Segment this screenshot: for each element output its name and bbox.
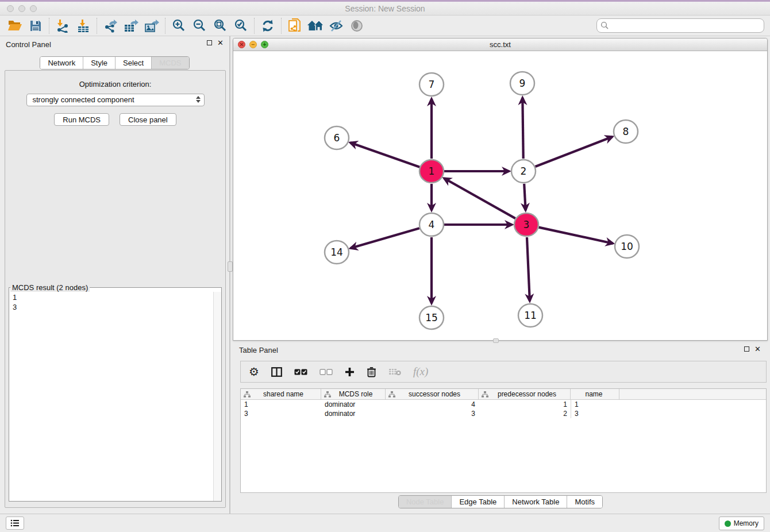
svg-text:1: 1: [429, 165, 435, 177]
result-node-3: 3: [13, 302, 210, 312]
table-row[interactable]: 1 dominator 4 1 1: [241, 400, 766, 409]
table-settings-icon[interactable]: ⚙: [249, 366, 259, 377]
memory-button[interactable]: Memory: [719, 516, 764, 530]
cell-successor-nodes[interactable]: 4: [386, 400, 479, 408]
mcds-result-group: MCDS result (2 nodes) 1 3: [9, 283, 222, 502]
graph-node-2[interactable]: 2: [511, 160, 536, 183]
tab-mcds[interactable]: MCDS: [151, 57, 188, 69]
graph-edge-3-1[interactable]: [444, 178, 515, 218]
panel-splitter-handle[interactable]: [228, 261, 233, 272]
close-table-panel-icon[interactable]: ✕: [754, 346, 761, 352]
svg-text:9: 9: [519, 78, 526, 89]
result-node-1: 1: [13, 292, 210, 302]
select-all-columns-icon[interactable]: [294, 369, 307, 375]
result-scrollbar[interactable]: [213, 292, 221, 501]
horizontal-splitter-handle[interactable]: [493, 338, 499, 343]
column-header-shared-name[interactable]: shared name: [241, 389, 321, 399]
show-all-icon[interactable]: [346, 17, 367, 34]
graph-node-7[interactable]: 7: [419, 73, 444, 96]
cell-shared-name[interactable]: 3: [241, 410, 321, 418]
zoom-out-icon[interactable]: [189, 17, 210, 34]
tab-edge-table[interactable]: Edge Table: [451, 496, 504, 508]
split-table-icon[interactable]: [271, 367, 282, 377]
home-icon[interactable]: [305, 17, 326, 34]
graph-edge-1-6[interactable]: [351, 142, 420, 167]
tab-select[interactable]: Select: [115, 57, 151, 69]
network-canvas[interactable]: 7968124314101511: [233, 51, 767, 340]
function-builder-icon: f(x): [413, 365, 428, 378]
float-table-panel-icon[interactable]: [744, 346, 749, 352]
graph-edge-2-3[interactable]: [524, 184, 525, 210]
import-network-icon[interactable]: [52, 17, 73, 34]
zoom-in-icon[interactable]: [168, 17, 189, 34]
zoom-selected-icon[interactable]: [230, 17, 251, 34]
network-window-titlebar[interactable]: ✕ − + scc.txt: [233, 38, 767, 51]
float-panel-icon[interactable]: [207, 40, 212, 45]
run-mcds-button[interactable]: Run MCDS: [54, 113, 109, 126]
svg-text:11: 11: [524, 310, 537, 321]
hierarchy-icon: [324, 391, 331, 398]
export-image-icon[interactable]: [141, 17, 162, 34]
toolbar-separator: [281, 18, 282, 34]
cell-predecessor-nodes[interactable]: 2: [479, 410, 571, 418]
tab-style[interactable]: Style: [83, 57, 115, 69]
network-window-title: scc.txt: [233, 40, 767, 49]
create-column-icon[interactable]: [345, 367, 355, 377]
unselect-all-columns-icon[interactable]: [319, 369, 333, 375]
graph-node-11[interactable]: 11: [518, 304, 542, 327]
graph-node-6[interactable]: 6: [325, 126, 349, 149]
graph-node-8[interactable]: 8: [614, 120, 638, 143]
column-header-predecessor-nodes[interactable]: predecessor nodes: [479, 389, 571, 399]
graph-node-1[interactable]: 1: [419, 160, 444, 183]
window-titlebar[interactable]: Session: New Session: [0, 0, 770, 16]
tab-network-table[interactable]: Network Table: [504, 496, 567, 508]
graph-edge-2-8[interactable]: [536, 137, 613, 167]
tab-node-table[interactable]: Node Table: [399, 496, 452, 508]
close-panel-icon[interactable]: ✕: [217, 40, 224, 46]
import-table-icon[interactable]: [73, 17, 94, 34]
zoom-fit-icon[interactable]: [210, 17, 230, 34]
search-field[interactable]: [596, 18, 764, 33]
graph-node-15[interactable]: 15: [419, 306, 444, 329]
tab-network[interactable]: Network: [40, 57, 83, 69]
table-row[interactable]: 3 dominator 3 2 3: [241, 409, 766, 418]
graph-edge-4-14[interactable]: [351, 228, 419, 248]
cell-shared-name[interactable]: 1: [241, 400, 321, 408]
column-header-mcds-role[interactable]: MCDS role: [321, 389, 386, 399]
graph-node-4[interactable]: 4: [419, 213, 444, 236]
tab-motifs[interactable]: Motifs: [567, 496, 602, 508]
graph-node-9[interactable]: 9: [510, 72, 534, 95]
svg-text:14: 14: [330, 246, 343, 258]
cell-successor-nodes[interactable]: 3: [386, 410, 479, 418]
column-header-successor-nodes[interactable]: successor nodes: [386, 389, 479, 399]
cell-predecessor-nodes[interactable]: 1: [479, 400, 571, 408]
cell-mcds-role[interactable]: dominator: [321, 400, 386, 408]
cell-mcds-role[interactable]: dominator: [321, 410, 386, 418]
refresh-icon[interactable]: [257, 17, 278, 34]
graph-edge-3-10[interactable]: [538, 228, 613, 244]
open-folder-icon[interactable]: [5, 17, 25, 34]
close-panel-button[interactable]: Close panel: [120, 113, 176, 126]
export-table-icon[interactable]: [121, 17, 141, 34]
cell-name[interactable]: 3: [571, 409, 619, 418]
application-window: Session: New Session: [0, 0, 770, 532]
graph-edge-2-9[interactable]: [522, 98, 523, 159]
criterion-select[interactable]: strongly connected component: [26, 94, 205, 106]
hide-selected-icon[interactable]: [326, 17, 346, 34]
export-network-icon[interactable]: [100, 17, 121, 34]
table-toolbar: ⚙: [240, 361, 767, 383]
graph-node-10[interactable]: 10: [615, 235, 639, 258]
hierarchy-icon: [482, 391, 488, 398]
cell-name[interactable]: 1: [571, 400, 619, 409]
search-input[interactable]: [611, 21, 760, 30]
delete-column-icon[interactable]: [367, 367, 376, 377]
save-icon[interactable]: [25, 17, 46, 34]
graph-edge-3-11[interactable]: [527, 237, 530, 301]
graph-node-3[interactable]: 3: [514, 213, 538, 236]
task-history-button[interactable]: [6, 516, 24, 530]
clone-network-icon[interactable]: [284, 17, 305, 34]
column-header-name[interactable]: name: [571, 389, 619, 399]
graph-node-14[interactable]: 14: [325, 241, 349, 264]
mcds-result-list[interactable]: 1 3: [9, 292, 213, 501]
table-header-filler: [619, 389, 766, 399]
